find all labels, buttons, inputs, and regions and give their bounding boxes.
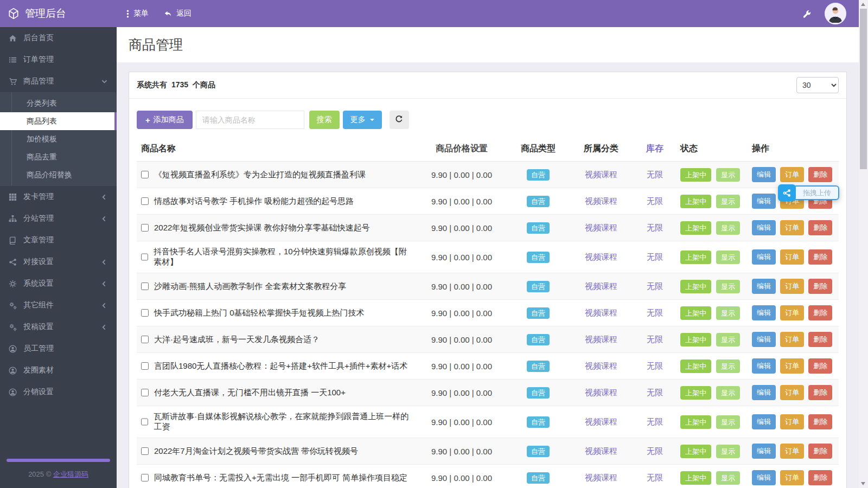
status-on-badge[interactable]: 上架中: [680, 471, 711, 485]
wrench-settings-icon[interactable]: [802, 9, 812, 18]
edit-button[interactable]: 编辑: [752, 358, 776, 374]
search-button[interactable]: 搜索: [309, 111, 340, 129]
row-checkbox[interactable]: [141, 362, 149, 370]
status-on-badge[interactable]: 上架中: [680, 445, 711, 458]
row-checkbox[interactable]: [141, 309, 149, 317]
row-checkbox[interactable]: [141, 197, 149, 205]
status-on-badge[interactable]: 上架中: [680, 251, 711, 264]
status-show-badge[interactable]: 显示: [716, 471, 740, 485]
status-show-badge[interactable]: 显示: [716, 306, 740, 320]
category-link[interactable]: 视频课程: [585, 196, 617, 206]
sidebar-item[interactable]: 其它组件: [0, 294, 117, 316]
sidebar-item[interactable]: 对接设置: [0, 251, 117, 273]
status-show-badge[interactable]: 显示: [716, 333, 740, 346]
edit-button[interactable]: 编辑: [752, 385, 776, 400]
order-button[interactable]: 订单: [780, 332, 804, 347]
sidebar-subitem[interactable]: 商品介绍替换: [0, 166, 117, 184]
user-avatar[interactable]: [825, 3, 846, 24]
status-show-badge[interactable]: 显示: [716, 359, 740, 373]
row-checkbox[interactable]: [141, 171, 149, 178]
scrollbar-thumb[interactable]: [860, 9, 867, 169]
sidebar-item[interactable]: 商品管理: [0, 70, 117, 92]
delete-button[interactable]: 删除: [808, 279, 832, 294]
order-button[interactable]: 订单: [780, 167, 804, 182]
sidebar-item[interactable]: 分销设置: [0, 381, 117, 403]
row-checkbox[interactable]: [141, 224, 149, 232]
category-link[interactable]: 视频课程: [585, 388, 617, 397]
edit-button[interactable]: 编辑: [752, 220, 776, 235]
status-show-badge[interactable]: 显示: [716, 415, 740, 429]
status-show-badge[interactable]: 显示: [716, 445, 740, 458]
category-link[interactable]: 视频课程: [585, 223, 617, 232]
delete-button[interactable]: 删除: [808, 358, 832, 374]
delete-button[interactable]: 删除: [808, 249, 832, 265]
status-on-badge[interactable]: 上架中: [680, 306, 711, 320]
netdisk-share-icon[interactable]: [778, 184, 796, 201]
status-on-badge[interactable]: 上架中: [680, 168, 711, 182]
category-link[interactable]: 视频课程: [585, 446, 617, 455]
status-on-badge[interactable]: 上架中: [680, 415, 711, 429]
category-link[interactable]: 视频课程: [585, 281, 617, 291]
order-button[interactable]: 订单: [780, 444, 804, 459]
sidebar-item[interactable]: 系统设置: [0, 273, 117, 294]
page-size-select[interactable]: 30: [796, 77, 839, 93]
status-on-badge[interactable]: 上架中: [680, 359, 711, 373]
edit-button[interactable]: 编辑: [752, 194, 776, 209]
status-on-badge[interactable]: 上架中: [680, 386, 711, 400]
app-brand[interactable]: 管理后台: [0, 7, 117, 21]
sidebar-subitem[interactable]: 商品列表: [0, 112, 117, 130]
delete-button[interactable]: 删除: [808, 332, 832, 347]
category-link[interactable]: 视频课程: [585, 308, 617, 317]
category-link[interactable]: 视频课程: [585, 361, 617, 370]
sidebar-item[interactable]: 订单管理: [0, 49, 117, 70]
vertical-scrollbar[interactable]: [859, 0, 868, 488]
status-show-badge[interactable]: 显示: [716, 221, 740, 235]
delete-button[interactable]: 删除: [808, 385, 832, 400]
edit-button[interactable]: 编辑: [752, 249, 776, 265]
row-checkbox[interactable]: [141, 418, 148, 426]
edit-button[interactable]: 编辑: [752, 305, 776, 320]
order-button[interactable]: 订单: [780, 414, 804, 429]
sidebar-item[interactable]: 后台首页: [0, 27, 117, 49]
category-link[interactable]: 视频课程: [585, 417, 617, 426]
sidebar-item[interactable]: 文章管理: [0, 229, 117, 251]
delete-button[interactable]: 删除: [808, 220, 832, 235]
status-on-badge[interactable]: 上架中: [680, 333, 711, 346]
delete-button[interactable]: 删除: [808, 167, 832, 182]
delete-button[interactable]: 删除: [808, 470, 832, 485]
delete-button[interactable]: 删除: [808, 444, 832, 459]
edit-button[interactable]: 编辑: [752, 470, 776, 485]
category-link[interactable]: 视频课程: [585, 252, 617, 261]
row-checkbox[interactable]: [141, 282, 149, 290]
order-button[interactable]: 订单: [780, 470, 804, 485]
status-show-badge[interactable]: 显示: [716, 195, 740, 208]
sidebar-item[interactable]: 发圈素材: [0, 359, 117, 381]
edit-button[interactable]: 编辑: [752, 332, 776, 347]
order-button[interactable]: 订单: [780, 358, 804, 374]
sidebar-item[interactable]: 员工管理: [0, 338, 117, 359]
status-show-badge[interactable]: 显示: [716, 280, 740, 293]
delete-button[interactable]: 删除: [808, 414, 832, 429]
sidebar-subitem[interactable]: 分类列表: [0, 94, 117, 112]
order-button[interactable]: 订单: [780, 385, 804, 400]
refresh-button[interactable]: [390, 111, 409, 129]
search-input[interactable]: [196, 111, 304, 129]
back-button[interactable]: 返回: [164, 9, 192, 18]
order-button[interactable]: 订单: [780, 249, 804, 265]
status-show-badge[interactable]: 显示: [716, 386, 740, 400]
category-link[interactable]: 视频课程: [585, 473, 617, 482]
category-link[interactable]: 视频课程: [585, 335, 617, 344]
order-button[interactable]: 订单: [780, 220, 804, 235]
sidebar-subitem[interactable]: 商品去重: [0, 148, 117, 166]
scroll-down-arrow-icon[interactable]: [861, 482, 865, 485]
add-product-button[interactable]: + 添加商品: [137, 111, 193, 129]
status-on-badge[interactable]: 上架中: [680, 221, 711, 235]
drag-upload-label[interactable]: 拖拽上传: [793, 185, 839, 200]
sidebar-item[interactable]: 分站管理: [0, 208, 117, 229]
row-checkbox[interactable]: [141, 389, 149, 396]
edit-button[interactable]: 编辑: [752, 167, 776, 182]
row-checkbox[interactable]: [141, 474, 149, 481]
edit-button[interactable]: 编辑: [752, 279, 776, 294]
delete-button[interactable]: 删除: [808, 305, 832, 320]
category-link[interactable]: 视频课程: [585, 170, 617, 179]
